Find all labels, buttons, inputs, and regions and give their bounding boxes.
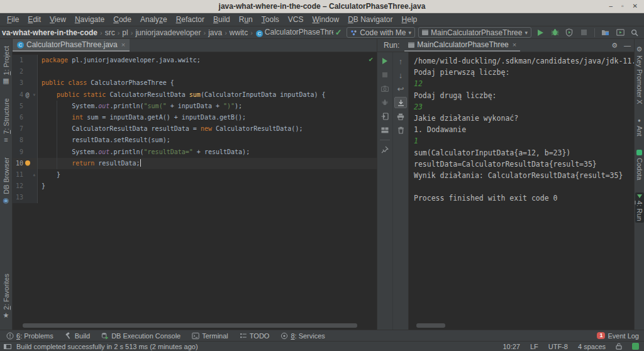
- run-config-combo[interactable]: MainCalculatorPhaseThree ▾: [418, 27, 531, 38]
- gutter[interactable]: 5: [13, 101, 38, 112]
- indent-indicator[interactable]: 4 spaces: [578, 343, 606, 350]
- breadcrumb-item-wwitc[interactable]: wwitc: [229, 28, 248, 37]
- assistant-plugin-icon[interactable]: [632, 343, 639, 350]
- soft-wrap-icon[interactable]: ↩: [394, 82, 407, 96]
- gutter[interactable]: 9: [13, 147, 38, 158]
- console-hscrollbar-thumb[interactable]: [416, 323, 445, 328]
- tool-stripe-button-key-promoter-x[interactable]: ⚙Key Promoter X: [635, 44, 644, 106]
- menu-item-refactor[interactable]: Refactor: [172, 15, 209, 24]
- editor-hscrollbar-track[interactable]: [13, 322, 377, 330]
- code-line-8[interactable]: 8 resultData.setResult(sum);: [13, 135, 377, 146]
- event-log-button[interactable]: 1 Event Log: [597, 332, 639, 340]
- hide-panel-icon[interactable]: —: [621, 39, 634, 52]
- search-everywhere-button[interactable]: [629, 27, 640, 38]
- restore-layout-icon[interactable]: [379, 109, 391, 123]
- run-console[interactable]: /home/wild-duckling/.sdkman/candidates/j…: [409, 52, 634, 330]
- breadcrumb-item-juniorjavadeveloper[interactable]: juniorjavadeveloper: [135, 28, 201, 37]
- breadcrumb-item-va-what-where-in-the-code[interactable]: va-what-where-in-the-code: [1, 28, 98, 37]
- intention-bulb-icon[interactable]: [23, 160, 31, 167]
- menu-item-view[interactable]: View: [45, 15, 70, 24]
- gutter[interactable]: 13: [13, 192, 38, 203]
- close-button[interactable]: ✕: [633, 3, 638, 9]
- minimize-button[interactable]: –: [609, 3, 613, 9]
- code-line-1[interactable]: 1package pl.juniorjavadeveloper.java.wwi…: [13, 55, 377, 66]
- toolwindow-toggle-icon[interactable]: [4, 344, 11, 349]
- toolwindow-button-todo[interactable]: TODO: [240, 332, 270, 340]
- code-line-10[interactable]: 10 return resultData;: [13, 158, 377, 169]
- menu-item-window[interactable]: Window: [308, 15, 343, 24]
- vcs-check-icon[interactable]: ✓: [333, 27, 343, 38]
- console-layout-icon[interactable]: [379, 123, 391, 137]
- menu-item-help[interactable]: Help: [397, 15, 422, 24]
- menu-item-run[interactable]: Run: [235, 15, 257, 24]
- code-line-2[interactable]: 2: [13, 66, 377, 77]
- scroll-to-end-icon[interactable]: [394, 97, 407, 108]
- code-line-6[interactable]: 6 int sum = inputData.getA() + inputData…: [13, 112, 377, 123]
- menu-item-code[interactable]: Code: [109, 15, 136, 24]
- code-line-13[interactable]: 13: [13, 192, 377, 203]
- down-stack-trace-icon[interactable]: ↓: [394, 68, 407, 82]
- breadcrumb-item-pl[interactable]: pl: [121, 28, 128, 37]
- editor-tab[interactable]: C CalculatorPhaseThree.java ×: [13, 39, 130, 52]
- run-tab-close-icon[interactable]: ×: [513, 41, 516, 48]
- gutter[interactable]: 6: [13, 112, 38, 123]
- code-line-4[interactable]: 4@▿ public static CalculatorResultData s…: [13, 89, 377, 101]
- toolwindow-button-db-execution-console[interactable]: DB Execution Console: [101, 332, 180, 340]
- clear-console-icon[interactable]: [394, 123, 407, 137]
- code-line-5[interactable]: 5 System.out.println("sum(" + inputData …: [13, 101, 377, 112]
- stop-button[interactable]: [578, 27, 589, 38]
- menu-item-analyze[interactable]: Analyze: [136, 15, 172, 24]
- db-navigator-button[interactable]: [600, 27, 611, 38]
- print-icon[interactable]: [394, 109, 407, 123]
- line-ending-indicator[interactable]: LF: [530, 343, 538, 350]
- stop-process-button[interactable]: [379, 68, 391, 82]
- tool-stripe-button-ant[interactable]: ●Ant: [635, 116, 644, 138]
- toolwindow-button-build[interactable]: Build: [65, 332, 90, 340]
- menu-item-file[interactable]: File: [3, 15, 23, 24]
- menu-item-edit[interactable]: Edit: [23, 15, 45, 24]
- toolwindow-button-6-problems[interactable]: 6: Problems: [6, 332, 53, 340]
- menu-item-vcs[interactable]: VCS: [284, 15, 308, 24]
- settings-gear-icon[interactable]: ⚙: [608, 39, 621, 52]
- code-line-11[interactable]: 11▵ }: [13, 169, 377, 181]
- up-stack-trace-icon[interactable]: ↑: [394, 54, 407, 68]
- gutter[interactable]: 12: [13, 181, 38, 192]
- annotation-gutter-icon[interactable]: @: [23, 92, 31, 98]
- tool-stripe-button-1-project[interactable]: 1: Project▦: [2, 44, 11, 86]
- fold-marker-icon[interactable]: ▵: [31, 172, 37, 177]
- attach-debugger-icon[interactable]: [379, 96, 391, 109]
- encoding-indicator[interactable]: UTF-8: [548, 343, 568, 350]
- run-anything-button[interactable]: [614, 27, 626, 38]
- code-editor[interactable]: ✔ 1package pl.juniorjavadeveloper.java.w…: [13, 52, 377, 322]
- menu-item-navigate[interactable]: Navigate: [70, 15, 109, 24]
- gutter[interactable]: 2: [13, 66, 38, 77]
- menu-item-build[interactable]: Build: [209, 15, 235, 24]
- breadcrumb-item-java[interactable]: java: [208, 28, 223, 37]
- gutter[interactable]: 11▵: [13, 169, 38, 181]
- menu-item-tools[interactable]: Tools: [257, 15, 284, 24]
- gutter[interactable]: 4@▿: [13, 89, 38, 101]
- run-button[interactable]: [535, 27, 546, 38]
- breadcrumb-item-src[interactable]: src: [104, 28, 116, 37]
- gutter[interactable]: 10: [13, 158, 38, 169]
- code-line-3[interactable]: 3public class CalculatorPhaseThree {: [13, 77, 377, 89]
- lock-icon[interactable]: [616, 343, 622, 350]
- tool-stripe-button-2-favorites[interactable]: 2: Favorites★: [2, 272, 11, 321]
- gutter[interactable]: 7: [13, 123, 38, 135]
- code-line-12[interactable]: 12}: [13, 181, 377, 192]
- maximize-button[interactable]: ▫: [621, 3, 624, 9]
- gutter[interactable]: 8: [13, 135, 38, 146]
- code-with-me-combo[interactable]: Code with Me ▾: [347, 27, 415, 38]
- tool-stripe-button-codota[interactable]: Codota: [635, 148, 644, 182]
- debug-button[interactable]: [549, 27, 560, 38]
- tool-stripe-button-db-browser[interactable]: DB Browser◉: [2, 155, 11, 206]
- code-line-9[interactable]: 9 System.out.println("resultData=" + res…: [13, 147, 377, 158]
- gutter[interactable]: 3: [13, 77, 38, 89]
- tab-close-icon[interactable]: ×: [121, 41, 125, 48]
- thread-dump-icon[interactable]: [379, 82, 391, 96]
- coverage-button[interactable]: [564, 27, 575, 38]
- toolwindow-button-terminal[interactable]: Terminal: [192, 332, 228, 340]
- pin-tab-icon[interactable]: [379, 143, 391, 157]
- fold-marker-icon[interactable]: ▿: [31, 92, 37, 98]
- code-line-7[interactable]: 7 CalculatorResultData resultData = new …: [13, 123, 377, 135]
